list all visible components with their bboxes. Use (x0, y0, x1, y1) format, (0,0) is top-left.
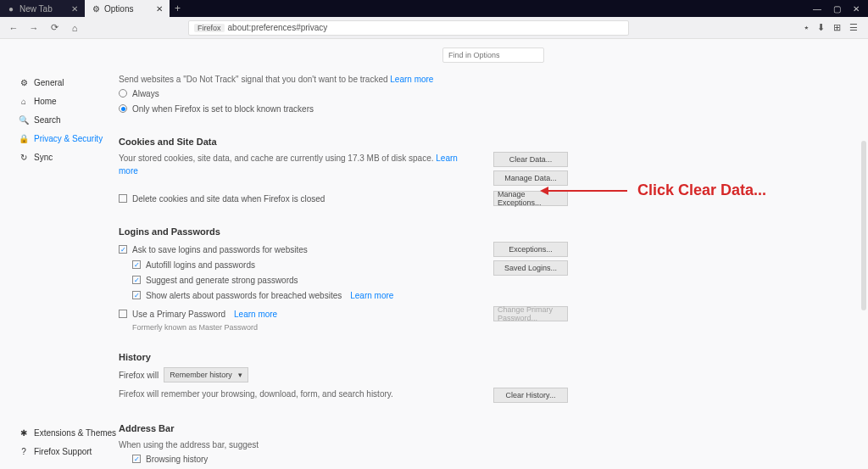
toolbar-right: ⭑ ⬇ ⊞ ☰ (804, 22, 863, 33)
logins-section: Logins and Passwords Ask to save logins … (119, 226, 661, 332)
sidebar-item-support[interactable]: ? Firefox Support (19, 442, 116, 461)
url-bar[interactable]: Firefox about:preferences#privacy (188, 20, 629, 36)
radio-icon (119, 89, 127, 98)
help-icon: ? (19, 446, 29, 456)
checkbox-icon (132, 291, 141, 299)
tab-options[interactable]: ⚙ Options ✕ (85, 0, 170, 17)
sidebar-item-extensions[interactable]: ✱ Extensions & Themes (19, 423, 116, 442)
close-icon[interactable]: ✕ (71, 4, 78, 14)
home-button[interactable]: ⌂ (66, 20, 83, 36)
minimize-button[interactable]: — (813, 4, 821, 14)
sidebar-item-label: Extensions & Themes (34, 428, 116, 438)
clear-data-button[interactable]: Clear Data... (493, 152, 568, 167)
history-section: History Firefox will Remember history ▾ … (119, 352, 661, 403)
learn-more-link[interactable]: Learn more (234, 310, 277, 319)
change-primary-button: Change Primary Password... (493, 306, 568, 321)
history-label: Firefox will (119, 371, 159, 380)
preferences-sidebar: ⚙ General ⌂ Home 🔍 Search 🔒 Privacy & Se… (0, 39, 119, 469)
preferences-content: ⚙ General ⌂ Home 🔍 Search 🔒 Privacy & Se… (0, 39, 868, 469)
alerts-checkbox[interactable]: Show alerts about passwords for breached… (132, 288, 476, 303)
sidebar-item-general[interactable]: ⚙ General (19, 73, 119, 92)
new-tab-button[interactable]: + (170, 3, 186, 14)
firefox-icon: ● (7, 4, 15, 13)
tab-label: New Tab (19, 4, 53, 14)
bookmark-icon[interactable]: ⭑ (804, 22, 809, 33)
clear-history-button[interactable]: Clear History... (493, 388, 568, 403)
manage-data-button[interactable]: Manage Data... (493, 170, 568, 186)
history-desc: Firefox will remember your browsing, dow… (119, 388, 476, 400)
cookies-section: Cookies and Site Data Your stored cookie… (119, 137, 661, 206)
delete-cookies-checkbox[interactable]: Delete cookies and site data when Firefo… (119, 191, 476, 206)
close-button[interactable]: ✕ (853, 4, 860, 14)
browser-window: ● New Tab ✕ ⚙ Options ✕ + — ▢ ✕ ← → ⟳ ⌂ … (0, 0, 868, 469)
section-title: Address Bar (119, 423, 661, 433)
manage-exceptions-button[interactable]: Manage Exceptions... (493, 191, 568, 206)
history-select[interactable]: Remember history ▾ (164, 367, 248, 382)
primary-password-checkbox[interactable]: Use a Primary Password Learn more (119, 306, 476, 321)
back-button[interactable]: ← (5, 20, 22, 36)
autofill-checkbox[interactable]: Autofill logins and passwords (132, 257, 476, 272)
reload-button[interactable]: ⟳ (46, 20, 63, 36)
section-title: Logins and Passwords (119, 226, 661, 237)
ask-save-checkbox[interactable]: Ask to save logins and passwords for web… (119, 242, 476, 257)
sync-icon: ↻ (19, 152, 29, 162)
checkbox-icon (132, 455, 141, 463)
library-icon[interactable]: ⊞ (833, 22, 841, 33)
forward-button[interactable]: → (25, 20, 42, 36)
lock-icon: 🔒 (19, 133, 29, 143)
sidebar-item-home[interactable]: ⌂ Home (19, 92, 119, 110)
sidebar-item-label: General (34, 78, 64, 87)
nav-toolbar: ← → ⟳ ⌂ Firefox about:preferences#privac… (0, 17, 868, 39)
browsing-history-checkbox[interactable]: Browsing history (132, 451, 661, 466)
sidebar-item-label: Sync (34, 153, 53, 162)
saved-logins-button[interactable]: Saved Logins... (493, 260, 568, 276)
chevron-down-icon: ▾ (238, 371, 242, 379)
puzzle-icon: ✱ (19, 427, 29, 438)
address-desc: When using the address bar, suggest (119, 438, 661, 451)
sidebar-item-label: Privacy & Security (34, 134, 103, 143)
checkbox-icon (132, 260, 141, 269)
dnt-always-radio[interactable]: Always (119, 86, 661, 101)
learn-more-link[interactable]: Learn more (390, 75, 433, 84)
section-title: Cookies and Site Data (119, 137, 661, 147)
sidebar-item-search[interactable]: 🔍 Search (19, 110, 119, 129)
url-text: about:preferences#privacy (228, 23, 328, 32)
exceptions-button[interactable]: Exceptions... (493, 242, 568, 257)
checkbox-icon (119, 310, 127, 318)
sidebar-item-label: Home (34, 97, 57, 106)
preferences-main: Send websites a "Do Not Track" signal th… (119, 39, 868, 469)
window-controls: — ▢ ✕ (813, 4, 868, 14)
search-icon: 🔍 (19, 114, 29, 125)
sidebar-item-label: Search (34, 115, 61, 125)
section-title: History (119, 352, 661, 362)
dnt-only-radio[interactable]: Only when Firefox is set to block known … (119, 101, 661, 116)
tab-new-tab[interactable]: ● New Tab ✕ (0, 0, 85, 17)
home-icon: ⌂ (19, 96, 29, 106)
tab-label: Options (104, 4, 133, 14)
search-input[interactable] (442, 47, 544, 63)
sidebar-item-privacy[interactable]: 🔒 Privacy & Security (19, 129, 119, 148)
close-icon[interactable]: ✕ (156, 4, 163, 14)
sidebar-item-sync[interactable]: ↻ Sync (19, 148, 119, 166)
gear-icon: ⚙ (92, 4, 100, 13)
menu-icon[interactable]: ☰ (849, 22, 858, 33)
maximize-button[interactable]: ▢ (833, 4, 841, 14)
checkbox-icon (132, 276, 141, 284)
checkbox-icon (119, 194, 127, 203)
radio-icon (119, 104, 127, 113)
address-section: Address Bar When using the address bar, … (119, 423, 661, 466)
gear-icon: ⚙ (19, 77, 29, 87)
dnt-desc: Send websites a "Do Not Track" signal th… (119, 73, 661, 86)
downloads-icon[interactable]: ⬇ (817, 22, 825, 33)
suggest-checkbox[interactable]: Suggest and generate strong passwords (132, 272, 476, 288)
scrollbar-thumb[interactable] (861, 141, 866, 310)
sidebar-item-label: Firefox Support (34, 447, 92, 456)
url-badge: Firefox (194, 24, 225, 32)
dnt-section: Send websites a "Do Not Track" signal th… (119, 73, 661, 116)
cookies-desc: Your stored cookies, site data, and cach… (119, 152, 476, 177)
checkbox-icon (119, 245, 127, 254)
primary-note: Formerly known as Master Password (132, 323, 661, 332)
learn-more-link[interactable]: Learn more (350, 291, 393, 300)
tab-strip: ● New Tab ✕ ⚙ Options ✕ + — ▢ ✕ (0, 0, 868, 17)
